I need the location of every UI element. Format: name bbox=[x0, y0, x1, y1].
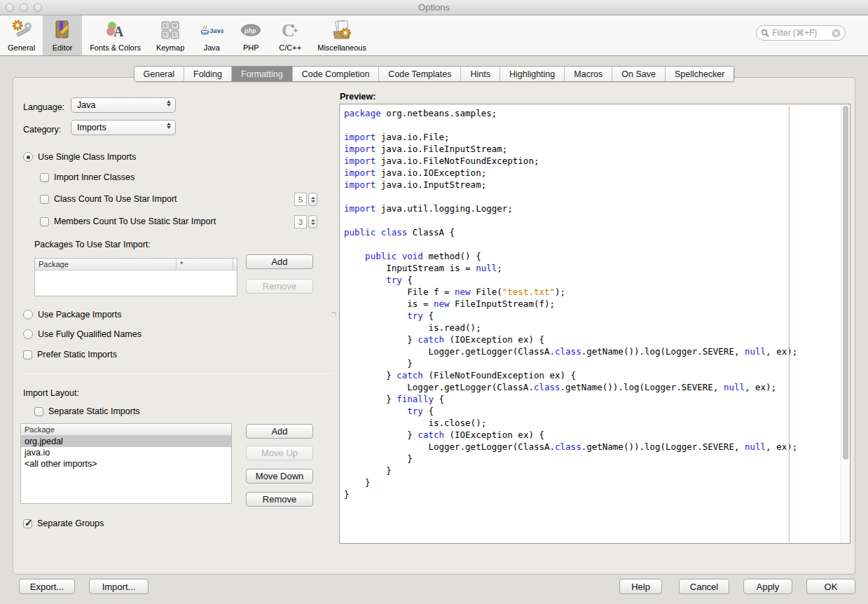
tab-code-templates[interactable]: Code Templates bbox=[379, 67, 461, 81]
star-import-col-star[interactable]: * bbox=[177, 259, 233, 270]
tab-code-completion[interactable]: Code Completion bbox=[293, 67, 380, 81]
php-badge-icon: php bbox=[239, 18, 263, 42]
star-add-button[interactable]: Add bbox=[246, 254, 313, 269]
separate-groups-checkbox[interactable]: Separate Groups bbox=[23, 519, 104, 528]
star-import-col-package[interactable]: Package bbox=[35, 259, 177, 270]
radio-selected-icon bbox=[23, 152, 33, 162]
class-count-checkbox[interactable]: Class Count To Use Star Import bbox=[40, 194, 177, 204]
code-line bbox=[344, 214, 841, 226]
layout-add-button[interactable]: Add bbox=[246, 424, 313, 439]
chevron-updown-icon bbox=[167, 123, 171, 129]
svg-text:Java: Java bbox=[209, 27, 223, 34]
papers-gear-icon bbox=[330, 18, 354, 42]
separate-static-imports-checkbox[interactable]: Separate Static Imports bbox=[34, 406, 140, 416]
tab-formatting[interactable]: Formatting bbox=[232, 67, 293, 81]
tab-folding[interactable]: Folding bbox=[184, 67, 232, 81]
code-line: import java.io.FileNotFoundException; bbox=[344, 155, 841, 167]
editor-tabs: GeneralFoldingFormattingCode CompletionC… bbox=[134, 66, 735, 82]
code-line: InputStream is = null; bbox=[344, 262, 841, 274]
toolbar-item-fonts-colors[interactable]: AFonts & Colors bbox=[82, 15, 149, 55]
prefer-static-imports-checkbox[interactable]: Prefer Static Imports bbox=[23, 350, 117, 359]
language-select[interactable]: Java bbox=[71, 97, 176, 113]
use-package-imports-radio[interactable]: Use Package Imports bbox=[23, 310, 122, 320]
code-line: import java.util.logging.Logger; bbox=[344, 203, 841, 214]
apply-button[interactable]: Apply bbox=[743, 579, 792, 594]
help-button[interactable]: Help bbox=[619, 579, 662, 594]
import-layout-table[interactable]: Package org.jpedaljava.io<all other impo… bbox=[20, 423, 232, 504]
code-line: } bbox=[344, 476, 841, 488]
layout-move-down-button[interactable]: Move Down bbox=[246, 469, 313, 483]
toolbar-item-php[interactable]: phpPHP bbox=[231, 15, 270, 55]
toolbar-item-label: PHP bbox=[243, 43, 259, 52]
toolbar-item-keymap[interactable]: QWASKeymap bbox=[149, 15, 192, 55]
options-category-toolbar: GeneralEditorAFonts & ColorsQWASKeymapJa… bbox=[0, 15, 868, 56]
preview-code-pane: package org.netbeans.samples; import jav… bbox=[339, 104, 850, 544]
code-line: try { bbox=[344, 310, 841, 322]
use-single-class-imports-radio[interactable]: Use Single Class Imports bbox=[23, 152, 136, 162]
layout-remove-button[interactable]: Remove bbox=[246, 492, 313, 507]
language-value: Java bbox=[77, 100, 95, 110]
category-select[interactable]: Imports bbox=[71, 120, 176, 135]
splitter-handle-icon[interactable] bbox=[331, 311, 337, 317]
layout-table-row[interactable]: org.jpedal bbox=[21, 436, 231, 447]
svg-text:W: W bbox=[173, 23, 177, 27]
import-layout-label: Import Layout: bbox=[23, 388, 79, 398]
code-line: try { bbox=[344, 405, 841, 417]
import-inner-classes-checkbox[interactable]: Import Inner Classes bbox=[40, 172, 135, 182]
layout-col-package[interactable]: Package bbox=[21, 424, 231, 435]
radio-unselected-icon bbox=[23, 310, 33, 320]
radio-unselected-icon bbox=[23, 329, 33, 339]
section-divider bbox=[23, 373, 333, 374]
star-remove-button[interactable]: Remove bbox=[246, 279, 313, 294]
toolbar-item-editor[interactable]: Editor bbox=[43, 15, 82, 55]
members-count-checkbox[interactable]: Members Count To Use Static Star Import bbox=[40, 217, 216, 226]
titlebar: Options bbox=[0, 0, 868, 15]
code-line: public void method() { bbox=[344, 250, 841, 262]
layout-table-row[interactable]: java.io bbox=[21, 447, 231, 458]
toolbar-item-miscellaneous[interactable]: Miscellaneous bbox=[310, 15, 374, 55]
class-count-value[interactable]: 5 bbox=[294, 193, 307, 206]
java-cup-icon: Java bbox=[200, 18, 223, 42]
code-line: } catch (IOException ex) { bbox=[344, 429, 841, 441]
ok-button[interactable]: OK bbox=[806, 579, 855, 594]
code-line: } bbox=[344, 453, 841, 465]
layout-move-up-button[interactable]: Move Up bbox=[246, 446, 313, 460]
class-count-stepper[interactable] bbox=[308, 193, 317, 206]
chevron-updown-icon bbox=[167, 100, 171, 107]
toolbar-item-general[interactable]: General bbox=[0, 15, 43, 55]
toolbar-item-label: Editor bbox=[53, 43, 73, 52]
tab-macros[interactable]: Macros bbox=[565, 67, 612, 81]
preview-label: Preview: bbox=[340, 92, 376, 102]
members-count-label: Members Count To Use Static Star Import bbox=[54, 217, 216, 226]
svg-text:Q: Q bbox=[164, 23, 167, 27]
tab-hints[interactable]: Hints bbox=[461, 67, 500, 81]
book-pencil-icon bbox=[50, 18, 74, 42]
checkbox-unchecked-icon bbox=[40, 173, 49, 182]
tab-spellchecker[interactable]: Spellchecker bbox=[666, 67, 734, 81]
toolbar-item-java[interactable]: JavaJava bbox=[192, 15, 231, 55]
filter-field[interactable]: Filter (⌘+F) bbox=[756, 25, 846, 41]
layout-table-row[interactable]: <all other imports> bbox=[21, 458, 231, 469]
tab-general[interactable]: General bbox=[135, 67, 184, 81]
scrollbar-thumb[interactable] bbox=[843, 106, 848, 460]
cancel-button[interactable]: Cancel bbox=[679, 579, 729, 594]
svg-text:+: + bbox=[294, 27, 298, 34]
members-count-stepper[interactable] bbox=[308, 215, 317, 228]
members-count-value[interactable]: 3 bbox=[294, 215, 307, 228]
toolbar-item-label: General bbox=[8, 43, 35, 52]
code-line: } catch (IOException ex) { bbox=[344, 334, 841, 345]
clear-filter-icon[interactable] bbox=[832, 29, 841, 38]
formatting-panel: Language: Java Category: Imports Use Sin… bbox=[13, 77, 855, 575]
use-fully-qualified-radio[interactable]: Use Fully Qualified Names bbox=[23, 329, 142, 339]
checkbox-unchecked-icon bbox=[40, 195, 49, 204]
tab-on-save[interactable]: On Save bbox=[612, 67, 666, 81]
star-import-table[interactable]: Package * bbox=[34, 258, 237, 296]
code-line: } bbox=[344, 465, 841, 476]
right-margin-line bbox=[789, 105, 790, 542]
tab-highlighting[interactable]: Highlighting bbox=[500, 67, 565, 81]
preview-scrollbar[interactable] bbox=[841, 104, 850, 543]
star-import-table-label: Packages To Use Star Import: bbox=[34, 240, 151, 249]
import-button[interactable]: Import... bbox=[89, 579, 149, 594]
export-button[interactable]: Export... bbox=[19, 579, 75, 594]
toolbar-item-c-c[interactable]: C++C/C++ bbox=[270, 15, 310, 55]
